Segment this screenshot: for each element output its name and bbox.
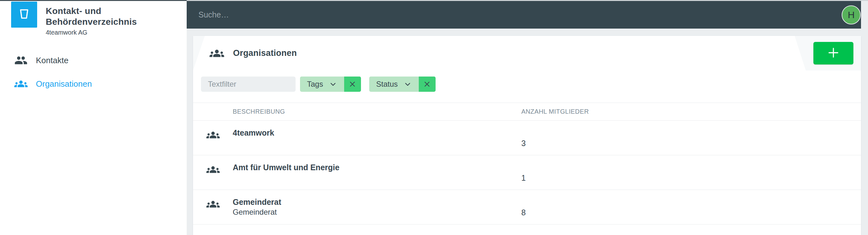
groups-icon (206, 128, 220, 142)
organisation-title: Gemeinderat (233, 197, 281, 207)
organisation-title: Amt für Umwelt und Energie (233, 162, 339, 172)
clear-status-filter-button[interactable] (419, 77, 436, 92)
plus-icon (827, 46, 840, 61)
organisation-subtitle: Gemeinderat (233, 207, 281, 217)
filter-chip-status: Status (369, 77, 436, 92)
status-dropdown[interactable]: Status (369, 77, 419, 92)
people-icon (14, 54, 28, 67)
sidebar-nav: Kontakte Organisationen (0, 53, 187, 91)
page-title: Organisationen (233, 48, 297, 58)
topbar: H (187, 1, 861, 29)
sidebar-item-label: Kontakte (36, 56, 69, 65)
app-logo[interactable] (11, 2, 37, 28)
groups-icon (206, 198, 220, 211)
sidebar: Kontakt- und Behördenverzeichnis 4teamwo… (0, 1, 187, 235)
close-icon (348, 80, 356, 88)
table-row[interactable]: Gemeinderat Gemeinderat 8 (193, 190, 861, 225)
organisations-card: Organisationen Tags Stat (193, 36, 861, 235)
search-input[interactable] (198, 10, 611, 19)
bucket-logo-icon (17, 7, 31, 23)
filter-row: Tags Status (201, 77, 861, 92)
groups-icon (210, 46, 224, 61)
add-organisation-button[interactable] (813, 42, 854, 64)
table-header: BESCHREIBUNG ANZAHL MITGLIEDER (193, 102, 861, 121)
sidebar-item-kontakte[interactable]: Kontakte (0, 53, 187, 67)
organisation-title: 4teamwork (233, 128, 274, 138)
card-header: Organisationen (193, 36, 861, 70)
chevron-down-icon (329, 80, 337, 88)
sidebar-item-label: Organisationen (36, 79, 92, 89)
groups-icon (14, 77, 28, 90)
textfilter-input[interactable] (201, 77, 296, 92)
avatar-initial: H (848, 9, 855, 20)
groups-icon (206, 163, 220, 176)
chevron-down-icon (404, 80, 412, 88)
member-count: 3 (521, 121, 526, 155)
column-header-beschreibung: BESCHREIBUNG (193, 108, 521, 115)
organisations-table: BESCHREIBUNG ANZAHL MITGLIEDER 4teamwork… (193, 102, 861, 225)
app-subtitle: 4teamwork AG (46, 29, 187, 36)
member-count: 8 (521, 190, 526, 224)
chip-label: Status (376, 80, 398, 89)
tags-dropdown[interactable]: Tags (300, 77, 344, 92)
table-row[interactable]: 4teamwork 3 (193, 121, 861, 155)
app-titles: Kontakt- und Behördenverzeichnis 4teamwo… (37, 2, 187, 36)
chip-label: Tags (307, 80, 323, 89)
filter-chip-tags: Tags (300, 77, 361, 92)
sidebar-item-organisationen[interactable]: Organisationen (0, 77, 187, 91)
clear-tags-filter-button[interactable] (344, 77, 361, 92)
member-count: 1 (521, 155, 526, 189)
avatar[interactable]: H (842, 5, 861, 25)
app-header: Kontakt- und Behördenverzeichnis 4teamwo… (0, 1, 187, 29)
table-row[interactable]: Amt für Umwelt und Energie 1 (193, 155, 861, 190)
close-icon (423, 80, 431, 88)
column-header-anzahl-mitglieder: ANZAHL MITGLIEDER (521, 108, 589, 115)
app-title: Kontakt- und Behördenverzeichnis (46, 6, 187, 27)
